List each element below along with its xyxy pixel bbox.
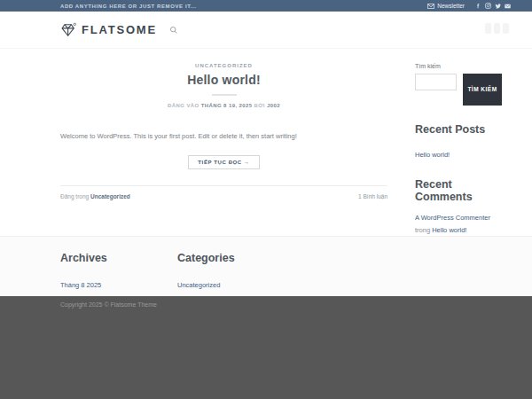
search-widget-label: Tìm kiếm [415, 63, 502, 69]
title-divider [212, 94, 237, 96]
sidebar: Tìm kiếm TÌM KIẾM Recent Posts Hello wor… [415, 63, 502, 236]
site-header: FLATSOME [0, 12, 532, 49]
absolute-footer: Copyright 2025 © Flatsome Theme [0, 296, 532, 399]
newsletter-link[interactable]: Newsletter [427, 3, 465, 9]
footer-widgets: Archives Tháng 8 2025 Categories Uncateg… [0, 236, 532, 296]
categories-title: Categories [177, 252, 294, 264]
twitter-icon[interactable] [495, 3, 501, 9]
newsletter-label: Newsletter [437, 3, 465, 9]
header-utility-icons[interactable] [485, 23, 509, 34]
post-footer-meta: Đăng trong Uncategorized 1 Bình luận [60, 185, 387, 200]
utility-icon [503, 23, 509, 34]
topbar: ADD ANYTHING HERE OR JUST REMOVE IT... N… [0, 0, 532, 12]
utility-icon [485, 23, 491, 34]
email-icon[interactable] [505, 4, 511, 9]
footer-category-link[interactable]: Uncategorized [90, 193, 130, 200]
posted-in: Đăng trong Uncategorized [60, 193, 130, 200]
recent-posts-title: Recent Posts [415, 123, 502, 136]
sidebar-search-button[interactable]: TÌM KIẾM [463, 74, 502, 106]
topbar-message: ADD ANYTHING HERE OR JUST REMOVE IT... [60, 4, 197, 9]
post-meta: ĐĂNG VÀO THÁNG 8 19, 2025 BỞI J002 [60, 103, 387, 108]
by-label: BỞI [254, 103, 265, 108]
search-widget: TÌM KIẾM [415, 74, 502, 106]
instagram-icon[interactable] [485, 3, 491, 9]
read-more-button[interactable]: TIẾP TỤC ĐỌC → [188, 155, 259, 169]
facebook-icon[interactable] [475, 3, 481, 9]
logo-text: FLATSOME [82, 23, 157, 36]
post-date-link[interactable]: THÁNG 8 19, 2025 [201, 103, 253, 108]
category-widget-link[interactable]: Uncategorized [177, 281, 220, 289]
recent-comments-title: Recent Comments [415, 178, 502, 203]
flatsome-gem-icon [60, 22, 76, 38]
comment-connector: trong [415, 226, 430, 234]
content-area: UNCATEGORIZED Hello world! ĐĂNG VÀO THÁN… [60, 49, 502, 236]
read-more-wrap: TIẾP TỤC ĐỌC → [60, 152, 387, 169]
posted-on-label: ĐĂNG VÀO [168, 103, 200, 108]
utility-icon [494, 23, 500, 34]
search-icon[interactable] [169, 26, 178, 35]
commenter-link[interactable]: A WordPress Commenter [415, 212, 490, 224]
post-excerpt: Welcome to WordPress. This is your first… [60, 131, 387, 141]
topbar-right: Newsletter [427, 3, 511, 9]
envelope-icon [427, 4, 434, 9]
copyright-text: Copyright 2025 © Flatsome Theme [60, 301, 532, 308]
archive-link[interactable]: Tháng 8 2025 [60, 281, 101, 289]
social-icons [475, 3, 511, 9]
post-category-link[interactable]: UNCATEGORIZED [60, 63, 387, 68]
archives-title: Archives [60, 252, 177, 264]
site-logo[interactable]: FLATSOME [60, 22, 157, 38]
comments-link[interactable]: 1 Bình luận [358, 193, 387, 200]
posted-in-label: Đăng trong [60, 193, 89, 200]
commented-post-link[interactable]: Hello world! [432, 224, 466, 237]
archives-widget: Archives Tháng 8 2025 [60, 252, 177, 291]
recent-post-link[interactable]: Hello world! [415, 151, 450, 159]
post-article: UNCATEGORIZED Hello world! ĐĂNG VÀO THÁN… [60, 63, 387, 236]
sidebar-search-input[interactable] [415, 74, 457, 90]
post-title[interactable]: Hello world! [60, 73, 387, 87]
categories-widget: Categories Uncategorized [177, 252, 294, 291]
post-author-link[interactable]: J002 [267, 103, 280, 108]
recent-comment-item: A WordPress Commenter trong Hello world! [415, 212, 502, 236]
